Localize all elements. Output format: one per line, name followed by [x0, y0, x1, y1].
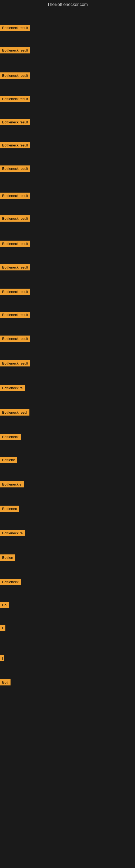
bottleneck-badge: Bottleneck re: [0, 385, 25, 391]
bottleneck-badge: Bottleneck resul: [0, 409, 30, 415]
bottleneck-item: Bottleneck result: [0, 96, 30, 103]
bottleneck-badge: |: [0, 655, 4, 661]
bottleneck-item: Bottleneck re: [0, 385, 25, 392]
bottleneck-item: Bottleneck result: [0, 360, 30, 368]
bottleneck-badge: Bottleneck result: [0, 360, 30, 367]
bottleneck-badge: Bottleneck result: [0, 193, 30, 199]
bottleneck-item: Bottleneck result: [0, 165, 30, 173]
bottleneck-badge: Bottlene: [0, 457, 17, 463]
bottleneck-badge: Bott: [0, 679, 10, 685]
bottleneck-item: Bottleneck result: [0, 289, 30, 296]
bottleneck-item: Bottleneck result: [0, 72, 30, 80]
site-title: TheBottlenecker.com: [0, 0, 135, 9]
bottleneck-badge: Bottlen: [0, 554, 15, 561]
bottleneck-badge: Bottleneck result: [0, 264, 30, 271]
bottleneck-item: Bottleneck result: [0, 215, 30, 223]
bottleneck-badge: Bottleneck result: [0, 289, 30, 295]
bottleneck-badge: Bottleneck result: [0, 119, 30, 125]
bottleneck-item: Bottleneck result: [0, 336, 30, 343]
bottleneck-item: Bo: [0, 602, 9, 609]
bottleneck-item: Bottlene: [0, 457, 17, 464]
bottleneck-item: Bottleneck e: [0, 481, 24, 489]
bottleneck-badge: Bo: [0, 602, 9, 608]
bottleneck-badge: Bottleneck result: [0, 241, 30, 247]
bottleneck-item: Bottleneck result: [0, 264, 30, 272]
bottleneck-item: Bott: [0, 679, 10, 686]
bottleneck-badge: Bottleneck result: [0, 336, 30, 342]
bottleneck-badge: Bottleneck result: [0, 47, 30, 54]
bottleneck-badge: Bottleneck result: [0, 72, 30, 79]
bottleneck-item: Bottleneck result: [0, 142, 30, 150]
bottleneck-item: Bottleneck resul: [0, 409, 30, 416]
bottleneck-item: Bottleneck result: [0, 119, 30, 126]
bottleneck-badge: Bottleneck result: [0, 165, 30, 172]
bottleneck-badge: Bottleneck: [0, 579, 21, 585]
bottleneck-item: Bottleneck: [0, 579, 21, 586]
bottleneck-item: Bottleneck result: [0, 193, 30, 200]
bottleneck-badge: Bottleneck e: [0, 481, 24, 488]
bottleneck-item: Bottleneck result: [0, 25, 30, 32]
bottleneck-item: |: [0, 655, 4, 662]
bottleneck-badge: Bottleneck result: [0, 215, 30, 222]
bottleneck-badge: Bottleneck result: [0, 142, 30, 148]
bottleneck-badge: B: [0, 625, 5, 631]
bottleneck-item: Bottleneck result: [0, 47, 30, 55]
bottleneck-item: Bottlenec: [0, 506, 19, 513]
bottleneck-badge: Bottlenec: [0, 506, 19, 512]
bottleneck-badge: Bottleneck result: [0, 25, 30, 31]
bottleneck-item: Bottleneck result: [0, 312, 30, 319]
bottleneck-badge: Bottleneck result: [0, 312, 30, 318]
bottleneck-badge: Bottleneck re: [0, 530, 25, 536]
bottleneck-item: Bottleneck: [0, 434, 21, 441]
bottleneck-item: Bottleneck result: [0, 241, 30, 248]
bottleneck-item: Bottleneck re: [0, 530, 25, 537]
bottleneck-item: Bottlen: [0, 554, 15, 562]
bottleneck-badge: Bottleneck result: [0, 96, 30, 102]
bottleneck-badge: Bottleneck: [0, 434, 21, 440]
bottleneck-item: B: [0, 625, 5, 632]
